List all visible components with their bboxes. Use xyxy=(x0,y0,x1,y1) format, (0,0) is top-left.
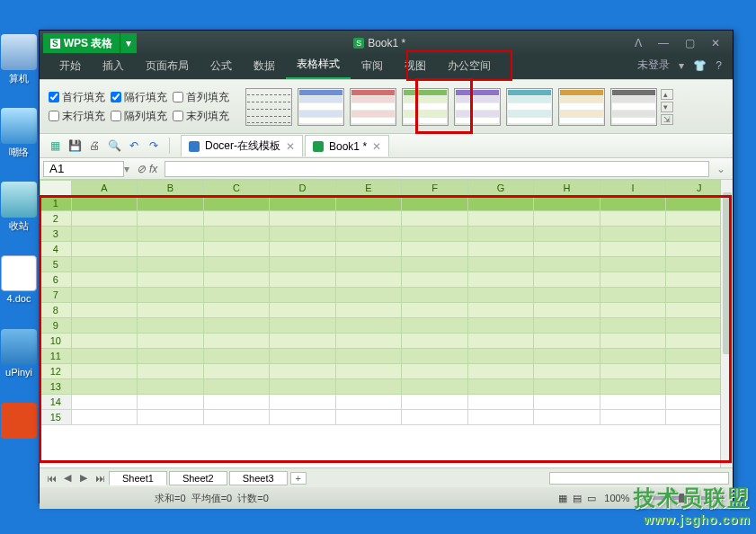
cell[interactable] xyxy=(335,272,402,288)
name-box[interactable] xyxy=(43,161,124,177)
cell[interactable] xyxy=(270,211,336,227)
cell[interactable] xyxy=(600,364,666,379)
col-header[interactable]: I xyxy=(600,181,666,196)
desktop-icon-recycle[interactable]: 收站 xyxy=(0,182,38,233)
cell[interactable] xyxy=(335,395,402,410)
cell[interactable] xyxy=(467,272,534,288)
preview-icon[interactable]: 🔍 xyxy=(104,136,124,156)
cell[interactable] xyxy=(402,364,468,379)
cell[interactable] xyxy=(270,395,336,410)
print-icon[interactable]: 🖨 xyxy=(84,136,104,156)
cell[interactable] xyxy=(138,318,204,334)
cell[interactable] xyxy=(402,288,468,303)
desktop-icon-network[interactable]: 嘲络 xyxy=(0,108,38,159)
next-sheet-icon[interactable]: ▶ xyxy=(76,472,92,484)
col-header[interactable]: F xyxy=(402,181,468,196)
desktop-icon-pinyin[interactable]: uPinyi xyxy=(0,329,38,378)
cell[interactable] xyxy=(600,227,666,242)
cell[interactable] xyxy=(203,334,270,349)
cell[interactable] xyxy=(138,395,204,410)
cell[interactable] xyxy=(600,257,666,272)
row-header[interactable]: 2 xyxy=(40,211,72,227)
cell[interactable] xyxy=(402,303,468,318)
cell[interactable] xyxy=(335,227,402,242)
col-header[interactable]: G xyxy=(467,181,534,196)
cell[interactable] xyxy=(534,395,600,410)
menu-tab-6[interactable]: 审阅 xyxy=(351,55,394,79)
redo-icon[interactable]: ↷ xyxy=(144,136,164,156)
cell[interactable] xyxy=(335,349,402,364)
cell[interactable] xyxy=(138,196,204,211)
cell[interactable] xyxy=(600,349,666,364)
cell[interactable] xyxy=(335,303,402,318)
check-2[interactable]: 首列填充 xyxy=(173,90,229,105)
desktop-icon-computer[interactable]: 算机 xyxy=(0,34,38,85)
menu-tab-4[interactable]: 数据 xyxy=(243,55,286,79)
gallery-up-icon[interactable]: ▴ xyxy=(661,89,673,100)
cell[interactable] xyxy=(270,242,336,257)
cell[interactable] xyxy=(138,349,204,364)
cell[interactable] xyxy=(467,257,534,272)
cell[interactable] xyxy=(467,379,534,395)
undo-icon[interactable]: ↶ xyxy=(124,136,144,156)
desktop-icon-wps[interactable] xyxy=(0,403,38,441)
cell[interactable] xyxy=(138,257,204,272)
view-page-icon[interactable]: ▤ xyxy=(573,493,582,504)
cell[interactable] xyxy=(402,211,468,227)
cell[interactable] xyxy=(467,288,534,303)
formula-expand-icon[interactable]: ⌄ xyxy=(713,163,729,175)
chevron-down-icon[interactable]: ▾ xyxy=(679,59,684,72)
cell[interactable] xyxy=(467,364,534,379)
login-status[interactable]: 未登录 xyxy=(637,58,670,73)
cell[interactable] xyxy=(203,349,270,364)
cell[interactable] xyxy=(467,227,534,242)
cell[interactable] xyxy=(270,334,336,349)
cell[interactable] xyxy=(71,272,138,288)
doc-tab-1[interactable]: Book1 *✕ xyxy=(305,135,389,156)
style-swatch-2[interactable] xyxy=(350,88,396,126)
cell[interactable] xyxy=(270,410,336,425)
cell[interactable] xyxy=(71,288,138,303)
cell[interactable] xyxy=(402,257,468,272)
cell[interactable] xyxy=(402,272,468,288)
row-header[interactable]: 9 xyxy=(40,318,72,334)
cell[interactable] xyxy=(467,318,534,334)
cell[interactable] xyxy=(203,364,270,379)
cell[interactable] xyxy=(203,410,270,425)
check-3[interactable]: 末行填充 xyxy=(49,109,105,124)
col-header[interactable]: A xyxy=(71,181,138,196)
cell[interactable] xyxy=(203,242,270,257)
col-header[interactable]: E xyxy=(335,181,402,196)
row-header[interactable]: 11 xyxy=(40,349,72,364)
menu-tab-8[interactable]: 办公空间 xyxy=(437,55,502,79)
check-0[interactable]: 首行填充 xyxy=(49,90,105,105)
cell[interactable] xyxy=(71,410,138,425)
cell[interactable] xyxy=(600,379,666,395)
cell[interactable] xyxy=(138,242,204,257)
cell[interactable] xyxy=(270,349,336,364)
cell[interactable] xyxy=(71,242,138,257)
cell[interactable] xyxy=(335,364,402,379)
cell[interactable] xyxy=(335,257,402,272)
cell[interactable] xyxy=(203,227,270,242)
cell[interactable] xyxy=(138,364,204,379)
cell[interactable] xyxy=(600,242,666,257)
new-icon[interactable]: ▦ xyxy=(45,136,65,156)
cell[interactable] xyxy=(534,288,600,303)
cell[interactable] xyxy=(534,242,600,257)
ribbon-toggle-icon[interactable]: ᐱ xyxy=(635,37,642,49)
cell[interactable] xyxy=(71,318,138,334)
cell[interactable] xyxy=(203,257,270,272)
cell[interactable] xyxy=(335,379,402,395)
sheet-tab-1[interactable]: Sheet2 xyxy=(169,471,227,485)
first-sheet-icon[interactable]: ⏮ xyxy=(43,473,59,484)
row-header[interactable]: 15 xyxy=(40,410,72,425)
cell[interactable] xyxy=(600,410,666,425)
select-all-corner[interactable] xyxy=(40,181,72,196)
style-swatch-1[interactable] xyxy=(298,88,344,126)
cell[interactable] xyxy=(600,303,666,318)
close-tab-icon[interactable]: ✕ xyxy=(372,140,381,153)
cell[interactable] xyxy=(71,349,138,364)
cell[interactable] xyxy=(270,303,336,318)
cell[interactable] xyxy=(467,410,534,425)
